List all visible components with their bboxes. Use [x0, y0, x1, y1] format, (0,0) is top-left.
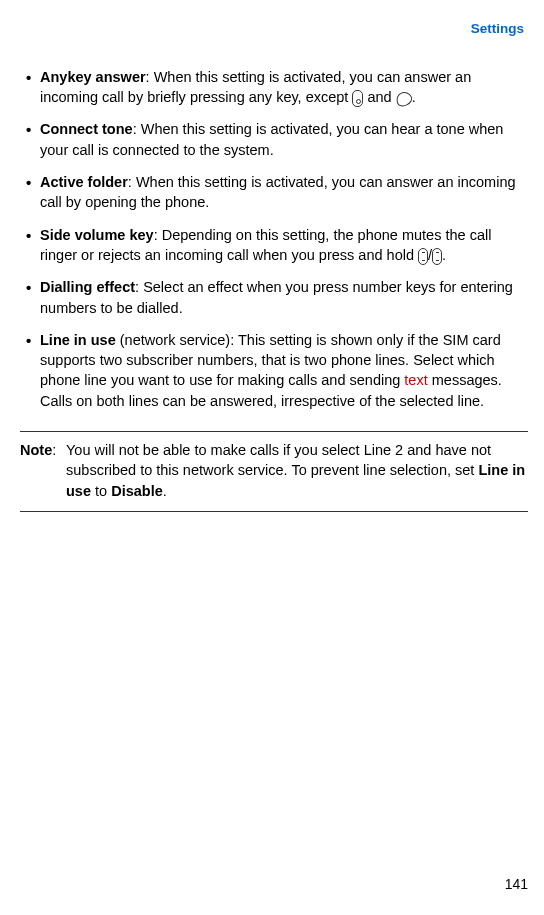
note-section: Note: You will not be able to make calls…: [20, 431, 528, 512]
setting-term: Dialling effect: [40, 279, 135, 295]
list-item: Connect tone: When this setting is activ…: [20, 119, 528, 160]
volume-up-key-icon: [418, 248, 428, 265]
and-text: and: [363, 89, 395, 105]
period-text: .: [442, 247, 446, 263]
setting-term: Side volume key: [40, 227, 154, 243]
list-item: Active folder: When this setting is acti…: [20, 172, 528, 213]
list-item: Dialling effect: Select an effect when y…: [20, 277, 528, 318]
note-colon: :: [52, 442, 56, 458]
list-item: Side volume key: Depending on this setti…: [20, 225, 528, 266]
header-title: Settings: [471, 21, 524, 36]
note-bold2: Disable: [111, 483, 163, 499]
setting-term: Line in use: [40, 332, 116, 348]
note-text-before: You will not be able to make calls if yo…: [66, 442, 491, 478]
power-key-icon: [352, 90, 363, 107]
settings-list: Anykey answer: When this setting is acti…: [20, 67, 528, 411]
setting-term: Active folder: [40, 174, 128, 190]
page-header: Settings: [20, 20, 528, 39]
content-area: Anykey answer: When this setting is acti…: [20, 67, 528, 512]
note-mid: to: [91, 483, 111, 499]
list-item: Anykey answer: When this setting is acti…: [20, 67, 528, 108]
setting-term: Anykey answer: [40, 69, 146, 85]
note-label: Note: [20, 442, 52, 458]
note-text-col: You will not be able to make calls if yo…: [66, 440, 528, 501]
note-label-col: Note:: [20, 440, 66, 501]
note-wrap: Note: You will not be able to make calls…: [20, 440, 528, 501]
volume-down-key-icon: [432, 248, 442, 265]
paren-text: (network service):: [116, 332, 238, 348]
red-text: text: [404, 372, 427, 388]
list-item: Line in use (network service): This sett…: [20, 330, 528, 411]
page-number: 141: [505, 875, 528, 895]
end-key-icon: [396, 91, 412, 106]
note-end: .: [163, 483, 167, 499]
setting-term: Connect tone: [40, 121, 133, 137]
